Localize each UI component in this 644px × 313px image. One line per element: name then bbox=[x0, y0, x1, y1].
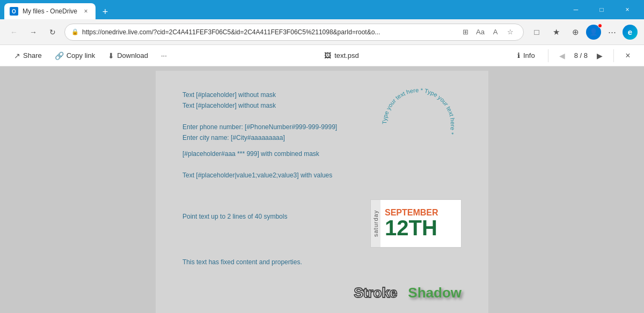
forward-button[interactable]: → bbox=[26, 25, 41, 40]
url-display: https://onedrive.live.com/?cid=2C4A411FE… bbox=[82, 28, 456, 36]
file-toolbar-right: ℹ Info ◀ 8 / 8 ▶ × bbox=[511, 48, 635, 63]
reader-mode-icon[interactable]: A bbox=[489, 26, 502, 39]
text-line-2: Text [#placeholder] without mask bbox=[182, 100, 276, 111]
separator bbox=[548, 49, 548, 62]
tab-area: O My files - OneDrive × + bbox=[4, 0, 564, 19]
content-area: Text [#placeholder] without mask Text [#… bbox=[0, 66, 644, 313]
date-content: SEPTEMBER 12TH bbox=[380, 200, 461, 247]
point-text-line: Point text up to 2 lines of 40 symbols bbox=[182, 213, 287, 220]
fixed-text-line: This text has fixed content and properti… bbox=[182, 258, 302, 266]
phone-line: Enter phone number: [#PhoneNumber#999-99… bbox=[182, 122, 337, 132]
share-button[interactable]: ↗ Share bbox=[9, 49, 47, 63]
city-line: Enter city name: [#City#aaaaaaaaa] bbox=[182, 132, 337, 143]
lock-icon: 🔒 bbox=[71, 28, 79, 35]
favorites-star-icon[interactable]: ★ bbox=[547, 24, 565, 41]
phone-city-lines: Enter phone number: [#PhoneNumber#999-99… bbox=[182, 122, 337, 144]
shadow-text: Shadow bbox=[408, 285, 462, 301]
info-label: Info bbox=[523, 51, 535, 59]
maximize-button[interactable]: □ bbox=[589, 0, 614, 19]
combined-text: [#placeholder#aaa *** 999] with combined… bbox=[182, 150, 319, 158]
circular-text: Type your text here * Type your text her… bbox=[376, 81, 462, 167]
minimize-button[interactable]: ─ bbox=[564, 0, 588, 19]
close-file-button[interactable]: × bbox=[620, 48, 635, 63]
collections-icon[interactable]: □ bbox=[528, 24, 545, 41]
profile-button[interactable]: 👤 bbox=[586, 25, 601, 40]
tab-close-button[interactable]: × bbox=[82, 7, 90, 16]
favorites-icon[interactable]: ☆ bbox=[504, 26, 517, 39]
placeholder-lines: Text [#placeholder] without mask Text [#… bbox=[182, 90, 276, 111]
info-icon: ℹ bbox=[517, 51, 520, 59]
more-actions-button[interactable]: ··· bbox=[156, 49, 172, 62]
refresh-button[interactable]: ↻ bbox=[45, 25, 60, 40]
point-text: Point text up to 2 lines of 40 symbols bbox=[182, 213, 287, 220]
share-icon: ↗ bbox=[14, 51, 20, 60]
download-button[interactable]: ⬇ Download bbox=[103, 49, 153, 63]
date-label: 12TH bbox=[385, 217, 437, 239]
next-page-button[interactable]: ▶ bbox=[592, 48, 607, 63]
download-label: Download bbox=[117, 51, 148, 59]
active-tab[interactable]: O My files - OneDrive × bbox=[4, 3, 96, 19]
fixed-text: This text has fixed content and properti… bbox=[182, 258, 302, 266]
back-button[interactable]: ← bbox=[6, 25, 21, 40]
edge-browser-icon: e bbox=[623, 25, 638, 40]
stroke-shadow-area: Stroke Shadow bbox=[354, 285, 462, 301]
psd-canvas: Text [#placeholder] without mask Text [#… bbox=[156, 71, 488, 313]
new-tab-button[interactable]: + bbox=[98, 4, 113, 19]
prev-page-button[interactable]: ◀ bbox=[555, 48, 570, 63]
more-options-icon[interactable]: ⋯ bbox=[603, 24, 620, 41]
tab-favicon: O bbox=[10, 7, 18, 16]
values-text: Text [#placeholder|value1;value2;value3]… bbox=[182, 172, 332, 179]
page-current: 8 bbox=[574, 51, 578, 59]
download-icon: ⬇ bbox=[108, 51, 114, 60]
profile-avatar: 👤 bbox=[589, 28, 598, 36]
window-controls: ─ □ × bbox=[564, 0, 640, 19]
day-of-week: saturday bbox=[371, 200, 380, 247]
more-label: ··· bbox=[161, 51, 167, 59]
browser-toolbar-right: □ ★ ⊕ 👤 ⋯ e bbox=[528, 24, 638, 41]
split-screen-icon[interactable]: ⊞ bbox=[459, 26, 472, 39]
close-button[interactable]: × bbox=[615, 0, 640, 19]
copy-link-label: Copy link bbox=[67, 51, 95, 59]
values-line: Text [#placeholder|value1;value2;value3]… bbox=[182, 172, 332, 179]
copy-link-button[interactable]: 🔗 Copy link bbox=[49, 49, 100, 63]
info-button[interactable]: ℹ Info bbox=[511, 49, 541, 62]
page-total: 8 bbox=[584, 51, 588, 59]
profile-notification-badge bbox=[598, 24, 602, 28]
tab-title: My files - OneDrive bbox=[23, 8, 77, 15]
text-line-1: Text [#placeholder] without mask bbox=[182, 90, 276, 100]
address-bar: ← → ↻ 🔒 https://onedrive.live.com/?cid=2… bbox=[0, 19, 644, 45]
page-separator: / bbox=[580, 51, 584, 59]
address-action-icons: ⊞ Aa A ☆ bbox=[459, 26, 517, 39]
page-indicator: 8 / 8 bbox=[574, 51, 588, 59]
file-icon: 🖼 bbox=[324, 51, 331, 59]
date-box: saturday SEPTEMBER 12TH bbox=[370, 199, 462, 248]
combined-mask-line: [#placeholder#aaa *** 999] with combined… bbox=[182, 150, 319, 158]
file-toolbar: ↗ Share 🔗 Copy link ⬇ Download ··· 🖼 tex… bbox=[0, 45, 644, 66]
file-name-display: 🖼 text.psd bbox=[174, 51, 509, 59]
titlebar: O My files - OneDrive × + ─ □ × bbox=[0, 0, 644, 19]
link-icon: 🔗 bbox=[55, 51, 64, 60]
share-label: Share bbox=[23, 51, 42, 59]
extensions-icon[interactable]: ⊕ bbox=[567, 24, 584, 41]
stroke-text: Stroke bbox=[354, 285, 397, 301]
address-box[interactable]: 🔒 https://onedrive.live.com/?cid=2C4A411… bbox=[64, 24, 524, 41]
read-aloud-icon[interactable]: Aa bbox=[474, 26, 487, 39]
file-name: text.psd bbox=[334, 51, 359, 59]
separator2 bbox=[613, 49, 614, 62]
svg-text:Type your text here * Type you: Type your text here * Type your text her… bbox=[381, 87, 456, 136]
